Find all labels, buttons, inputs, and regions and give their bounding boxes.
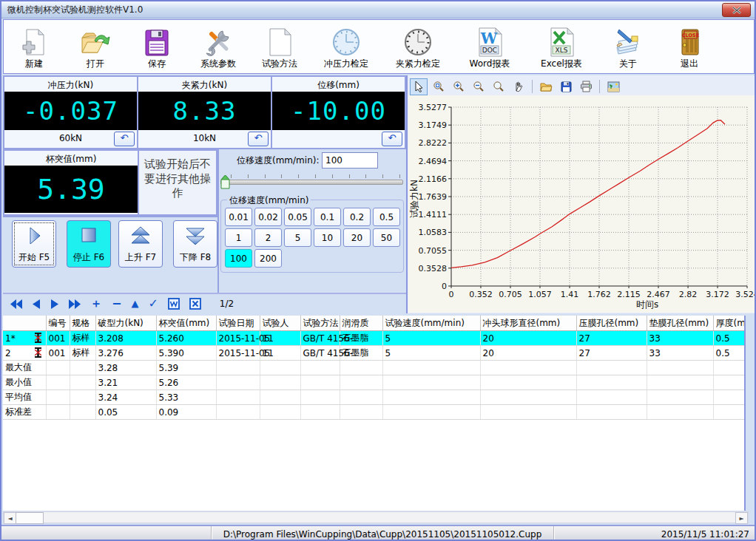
speed-input[interactable] bbox=[322, 152, 378, 169]
speed-option-0.05[interactable]: 0.05 bbox=[284, 208, 311, 226]
toolbar-button-excel-report[interactable]: XLSExcel报表 bbox=[529, 23, 594, 70]
speed-slider[interactable] bbox=[220, 174, 403, 191]
nav-post-button[interactable]: ✓ bbox=[148, 299, 158, 309]
control-button-stop[interactable]: 停止 F6 bbox=[67, 220, 111, 268]
speed-option-0.02[interactable]: 0.02 bbox=[254, 208, 282, 226]
cup-value-display: 5.39 bbox=[4, 166, 138, 213]
nav-excel-export-button[interactable] bbox=[189, 298, 201, 310]
speed-option-100[interactable]: 100 bbox=[225, 249, 252, 268]
zoom-out-button[interactable] bbox=[470, 78, 487, 95]
nav-edit-button[interactable]: ▲ bbox=[131, 299, 138, 309]
table-row[interactable]: 1*001标样3.2085.2602015-11-0511GB/T 4156-石… bbox=[3, 331, 746, 346]
speed-option-5[interactable]: 5 bbox=[284, 228, 311, 247]
toolbar-button-word-report[interactable]: WDOCWord报表 bbox=[457, 23, 522, 70]
speed-option-0.01[interactable]: 0.01 bbox=[225, 208, 252, 226]
scroll-right-button[interactable]: ► bbox=[735, 512, 748, 524]
stats-cell bbox=[480, 375, 576, 390]
svg-text:2.467: 2.467 bbox=[647, 290, 670, 299]
toolbar-button-save[interactable]: 保存 bbox=[129, 23, 184, 70]
speed-option-10[interactable]: 10 bbox=[314, 228, 341, 247]
chart-panel: 00.3520.7051.0571.411.7622.1152.4672.823… bbox=[406, 75, 756, 313]
speed-option-20[interactable]: 20 bbox=[343, 228, 371, 247]
meter-reset-button[interactable]: ↶ bbox=[248, 132, 269, 146]
data-cell: 2015-11-05 bbox=[216, 346, 260, 361]
toolbar-button-test-method[interactable]: 试验方法 bbox=[252, 23, 307, 70]
nav-next-button[interactable] bbox=[50, 299, 58, 309]
data-cell: 标样 bbox=[70, 331, 95, 346]
horizontal-scrollbar[interactable]: ◄ ► bbox=[3, 511, 749, 523]
results-grid: 编号规格破型力(kN)杯突值(mm)试验日期试验人试验方法润滑质试验速度(mm/… bbox=[3, 316, 746, 420]
close-button[interactable] bbox=[722, 3, 751, 17]
control-button-down[interactable]: 下降 F8 bbox=[173, 220, 217, 268]
speed-group-title: 位移速度(mm/min) bbox=[227, 194, 311, 207]
undo-icon: ↶ bbox=[254, 132, 263, 143]
svg-text:0.705: 0.705 bbox=[499, 290, 522, 299]
header-cell: 压膜孔径(mm) bbox=[576, 316, 647, 331]
stats-cell: 3.24 bbox=[95, 390, 156, 405]
zoom-in-button[interactable] bbox=[450, 78, 468, 95]
nav-word-export-button[interactable] bbox=[168, 298, 180, 310]
control-button-start[interactable]: 开始 F5 bbox=[12, 220, 56, 268]
scroll-left-button[interactable]: ◄ bbox=[4, 512, 16, 524]
cursor-tool-button[interactable] bbox=[410, 78, 428, 95]
toolbar-button-system-params[interactable]: 系统参数 bbox=[191, 23, 246, 70]
nav-add-button[interactable]: ＋ bbox=[90, 299, 102, 309]
chart-area[interactable]: 00.3520.7051.0571.411.7622.1152.4672.823… bbox=[408, 95, 755, 313]
zoom-reset-button[interactable] bbox=[490, 78, 507, 95]
data-cell: 27 bbox=[576, 346, 647, 361]
svg-text:1.762: 1.762 bbox=[587, 290, 611, 299]
blue-gauge-icon bbox=[331, 24, 361, 57]
table-row[interactable]: 2001标样3.2765.3902015-11-0511GB/T 4156-石墨… bbox=[3, 346, 746, 361]
speed-control-area: 位移速度(mm/min): bbox=[220, 152, 404, 197]
header-cell: 试验日期 bbox=[216, 316, 260, 331]
save-curve-button[interactable] bbox=[557, 78, 575, 95]
speed-option-2[interactable]: 2 bbox=[254, 228, 282, 247]
meter-reset-button[interactable]: ↶ bbox=[382, 132, 402, 146]
toolbar-button-label: 关于 bbox=[619, 58, 637, 70]
stats-cell bbox=[300, 375, 340, 390]
nav-prev-button[interactable] bbox=[33, 299, 41, 309]
nav-last-button[interactable] bbox=[68, 299, 81, 309]
toolbar-button-about[interactable]: 关于 bbox=[601, 23, 655, 70]
pan-hand-button[interactable] bbox=[510, 78, 527, 95]
data-cell: 20 bbox=[480, 331, 576, 346]
stats-cell bbox=[216, 361, 260, 375]
record-page-indicator: 1/2 bbox=[220, 299, 234, 309]
stats-cell bbox=[300, 361, 340, 375]
meter-reset-button[interactable]: ↶ bbox=[114, 132, 135, 146]
nav-first-button[interactable] bbox=[10, 299, 23, 309]
speed-option-50[interactable]: 50 bbox=[373, 228, 400, 247]
stats-cell bbox=[647, 375, 713, 390]
toolbar-button-clamp-force-cal[interactable]: 夹紧力检定 bbox=[385, 23, 450, 70]
stats-cell bbox=[382, 405, 480, 420]
open-curve-button[interactable] bbox=[537, 78, 555, 95]
speed-option-200[interactable]: 200 bbox=[254, 249, 282, 268]
toolbar-button-punch-force-cal[interactable]: 冲压力检定 bbox=[314, 23, 379, 70]
slider-track[interactable] bbox=[220, 180, 403, 185]
stats-cell: 5.26 bbox=[156, 375, 216, 390]
data-cell: 33 bbox=[647, 346, 713, 361]
status-bar: D:\Program Files\WinCupping\Data\Cupp\20… bbox=[1, 525, 755, 541]
header-cell: 编号 bbox=[46, 316, 70, 331]
speed-option-0.5[interactable]: 0.5 bbox=[373, 208, 400, 226]
control-button-up[interactable]: 上升 F7 bbox=[118, 220, 163, 268]
toolbar-button-new[interactable]: 新建 bbox=[7, 23, 61, 70]
data-cell: 石墨脂 bbox=[340, 331, 382, 346]
zoom-window-button[interactable] bbox=[430, 78, 448, 95]
speed-option-0.2[interactable]: 0.2 bbox=[343, 208, 371, 226]
speed-option-1[interactable]: 1 bbox=[225, 228, 252, 247]
background-image-button[interactable] bbox=[604, 78, 622, 95]
slider-thumb-icon[interactable] bbox=[220, 174, 230, 191]
svg-text:2.1166: 2.1166 bbox=[419, 174, 448, 184]
toolbar-button-open[interactable]: 打开 bbox=[68, 23, 123, 70]
nav-delete-button[interactable]: − bbox=[112, 299, 121, 309]
undo-icon: ↶ bbox=[121, 132, 129, 143]
print-curve-button[interactable] bbox=[577, 78, 595, 95]
stats-cell bbox=[713, 361, 746, 375]
toolbar-button-exit[interactable]: CLOSE退出 bbox=[662, 23, 717, 70]
scroll-thumb[interactable] bbox=[16, 512, 44, 524]
speed-options-grid: 0.010.020.050.10.20.5125102050100200 bbox=[225, 208, 400, 268]
speed-option-0.1[interactable]: 0.1 bbox=[314, 208, 341, 226]
stats-label-cell: 平均值 bbox=[3, 390, 46, 405]
meter-value-display: 8.33 bbox=[138, 92, 271, 130]
